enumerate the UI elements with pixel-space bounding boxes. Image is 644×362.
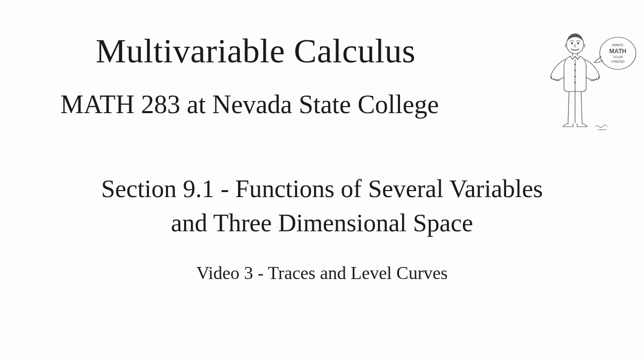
section-title: Section 9.1 - Functions of Several Varia… (0, 172, 644, 240)
course-title: Multivariable Calculus (96, 31, 416, 71)
svg-text:FRIEND: FRIEND (611, 60, 624, 63)
section-line-1: Section 9.1 - Functions of Several Varia… (101, 174, 543, 203)
section-line-2: and Three Dimensional Space (171, 209, 473, 237)
bubble-text-4: FRIEND (611, 60, 624, 63)
video-title: Video 3 - Traces and Level Curves (0, 262, 644, 284)
bubble-text-1: MAKE (612, 43, 624, 47)
svg-point-7 (578, 43, 579, 44)
svg-point-8 (575, 64, 576, 65)
bubble-text-3: YOUR (613, 55, 623, 59)
svg-point-6 (572, 43, 573, 44)
svg-point-9 (575, 70, 576, 71)
bubble-text-2: MATH (609, 48, 626, 55)
svg-text:MATH: MATH (609, 48, 626, 55)
svg-point-10 (575, 76, 576, 77)
svg-text:MAKE: MAKE (612, 43, 624, 47)
course-subtitle: MATH 283 at Nevada State College (60, 89, 439, 119)
svg-text:YOUR: YOUR (613, 55, 623, 59)
svg-point-11 (575, 82, 576, 83)
mascot-illustration: MAKE MATH YOUR FRIEND (545, 29, 638, 135)
